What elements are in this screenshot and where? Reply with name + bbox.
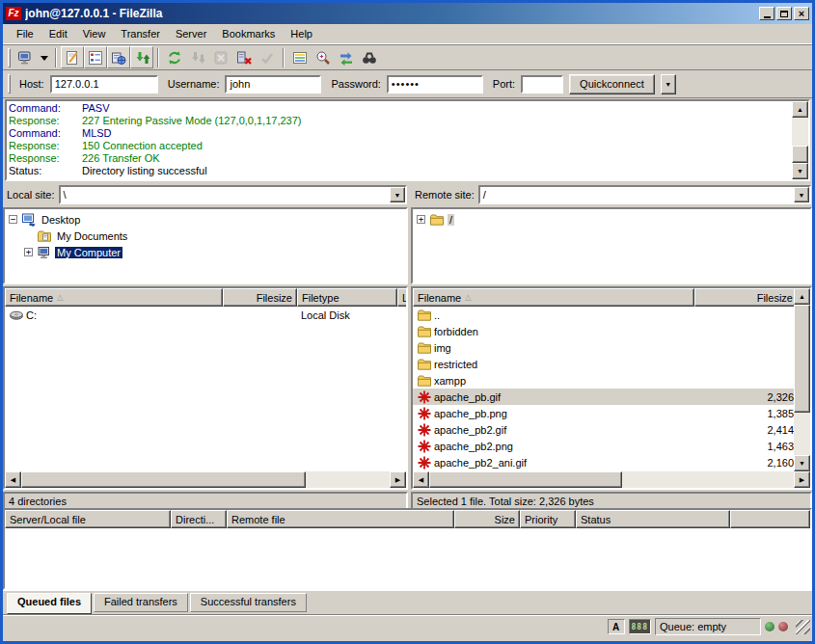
cancel-operation-button[interactable] [209, 46, 232, 68]
folder-icon [417, 308, 432, 323]
column-header-filesize[interactable]: Filesize [694, 288, 794, 307]
username-input[interactable] [225, 75, 321, 94]
scroll-down-icon[interactable]: ▼ [792, 163, 808, 179]
remote-file-row[interactable]: img [413, 339, 794, 356]
remote-file-row[interactable]: apache_pb.png1,385 [413, 405, 794, 421]
find-icon [362, 50, 377, 66]
local-horizontal-scrollbar[interactable]: ◀ ▶ [5, 471, 406, 488]
column-header-filename[interactable]: Filename△ [413, 288, 694, 307]
scroll-up-icon[interactable]: ▲ [792, 101, 808, 118]
remote-scroll-thumb-h[interactable] [429, 471, 622, 488]
message-log: Command:PASVResponse:227 Entering Passiv… [5, 99, 810, 181]
filter-button[interactable] [288, 46, 312, 68]
local-pane: Local site: \ ▼ −DesktopMy Documents+My … [3, 184, 408, 505]
remote-vertical-scrollbar[interactable]: ▲ ▼ [794, 288, 810, 471]
remote-file-row[interactable]: xampp [413, 372, 794, 389]
chevron-down-icon: ▼ [799, 192, 805, 199]
tab-queued-files[interactable]: Queued files [7, 593, 92, 614]
scroll-up-icon[interactable]: ▲ [794, 288, 810, 305]
log-vertical-scrollbar[interactable]: ▲ ▼ [792, 101, 808, 179]
expand-icon[interactable]: + [417, 215, 425, 224]
remote-file-row[interactable]: forbidden [413, 323, 794, 339]
column-header-filename[interactable]: Filename△ [5, 288, 223, 307]
tree-item-my-computer[interactable]: +My Computer [7, 244, 406, 260]
remote-file-row[interactable]: apache_pb.gif2,326 [413, 389, 794, 405]
column-header-server-local-file[interactable]: Server/Local file [5, 510, 171, 528]
find-button[interactable] [358, 46, 381, 68]
expand-icon[interactable]: + [24, 248, 33, 256]
scroll-right-icon[interactable]: ▶ [794, 471, 810, 488]
local-scroll-thumb[interactable] [21, 471, 306, 488]
tree-item-my-documents[interactable]: My Documents [7, 228, 406, 244]
local-site-label: Local site: [4, 189, 55, 201]
menu-item-view[interactable]: View [75, 26, 114, 41]
resize-grip[interactable] [796, 620, 810, 634]
local-site-combo[interactable]: \ ▼ [59, 185, 407, 204]
minimize-button[interactable] [759, 7, 774, 20]
log-scroll-thumb[interactable] [792, 146, 808, 163]
site-manager-dropdown[interactable] [37, 46, 51, 68]
column-header-filler [730, 510, 810, 528]
refresh-button[interactable] [163, 46, 186, 68]
menu-item-server[interactable]: Server [168, 26, 214, 41]
scroll-right-icon[interactable]: ▶ [390, 471, 406, 488]
toolbar-grip[interactable] [8, 48, 11, 67]
site-manager-button[interactable] [14, 46, 37, 68]
scroll-left-icon[interactable]: ◀ [413, 471, 429, 488]
toggle-local-tree-button[interactable] [84, 46, 107, 68]
column-header-status[interactable]: Status [576, 510, 730, 528]
column-header-l[interactable]: L [397, 288, 406, 307]
menu-item-file[interactable]: File [9, 26, 41, 41]
column-header-directi-[interactable]: Directi... [171, 510, 227, 528]
remote-file-row[interactable]: apache_pb2.png1,463 [413, 438, 794, 454]
column-header-size[interactable]: Size [454, 510, 520, 528]
menu-item-bookmarks[interactable]: Bookmarks [214, 26, 283, 41]
sync-browse-button[interactable] [335, 46, 358, 68]
maximize-button[interactable] [776, 7, 792, 20]
scroll-left-icon[interactable]: ◀ [5, 471, 21, 488]
tab-failed-transfers[interactable]: Failed transfers [94, 593, 188, 612]
remote-site-combo[interactable]: / ▼ [478, 185, 811, 204]
close-button[interactable]: × [794, 7, 809, 20]
remote-file-row[interactable]: restricted [413, 356, 794, 372]
column-header-priority[interactable]: Priority [520, 510, 576, 528]
toolbar-separator [283, 48, 285, 67]
column-header-filetype[interactable]: Filetype [297, 288, 397, 307]
toolbar [3, 44, 812, 70]
remote-file-row[interactable]: apache_pb2.gif2,414 [413, 421, 794, 438]
disconnect-button[interactable] [232, 46, 256, 68]
tree-item--[interactable]: +/ [415, 211, 810, 228]
local-file-row[interactable]: C:Local Disk [5, 307, 406, 323]
reconnect-button[interactable] [256, 46, 279, 68]
toggle-log-button[interactable] [61, 46, 84, 68]
scroll-down-icon[interactable]: ▼ [794, 455, 810, 471]
column-header-filesize[interactable]: Filesize [223, 288, 297, 307]
toggle-remote-tree-button[interactable] [107, 46, 130, 68]
menu-item-transfer[interactable]: Transfer [113, 26, 168, 41]
password-input[interactable] [387, 75, 483, 94]
quickconnect-dropdown[interactable]: ▼ [661, 74, 676, 94]
toggle-queue-button[interactable] [130, 46, 153, 68]
collapse-icon[interactable]: − [9, 215, 17, 224]
menu-item-help[interactable]: Help [283, 26, 320, 41]
remote-site-dropdown[interactable]: ▼ [794, 187, 809, 202]
menu-item-edit[interactable]: Edit [41, 26, 75, 41]
quickconnect-button[interactable]: Quickconnect [569, 74, 655, 94]
remote-scroll-thumb[interactable] [794, 305, 810, 413]
remote-file-row[interactable]: .. [413, 307, 794, 323]
compare-button[interactable] [312, 46, 335, 68]
local-tree-icon [88, 50, 103, 66]
quickconnect-grip[interactable] [8, 74, 11, 94]
column-header-remote-file[interactable]: Remote file [227, 510, 454, 528]
remote-horizontal-scrollbar[interactable]: ◀ ▶ [413, 471, 810, 488]
tab-successful-transfers[interactable]: Successful transfers [190, 593, 307, 612]
site-manager-icon [17, 50, 33, 66]
host-input[interactable] [50, 75, 158, 94]
local-site-dropdown[interactable]: ▼ [390, 187, 405, 202]
port-input[interactable] [521, 75, 563, 94]
tree-item-desktop[interactable]: −Desktop [7, 211, 406, 228]
process-queue-button[interactable] [186, 46, 209, 68]
remote-file-row[interactable]: apache_pb2_ani.gif2,160 [413, 454, 794, 470]
local-site-value: \ [61, 189, 390, 201]
drive-icon [9, 308, 24, 323]
